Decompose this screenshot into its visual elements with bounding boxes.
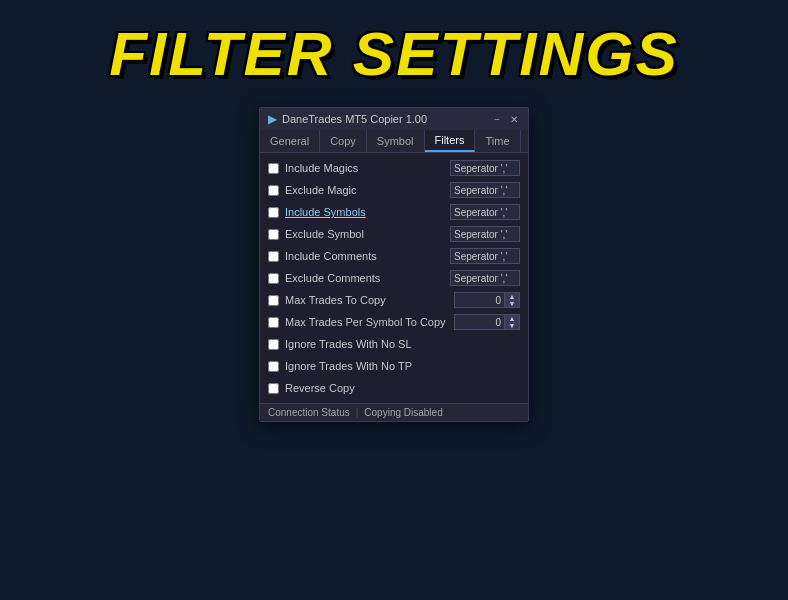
filter-row-max-trades-copy: Max Trades To Copy ▲ ▼ <box>260 289 528 311</box>
close-button[interactable]: ✕ <box>508 114 520 125</box>
filter-row-ignore-no-tp: Ignore Trades With No TP <box>260 355 528 377</box>
filter-row-exclude-comments: Exclude Comments <box>260 267 528 289</box>
label-include-magics: Include Magics <box>285 162 450 174</box>
connection-status-text: Connection Status <box>268 407 350 418</box>
separator-exclude-magic[interactable] <box>450 182 520 198</box>
label-include-symbols[interactable]: Include Symbols <box>285 206 450 218</box>
label-reverse-copy: Reverse Copy <box>285 382 520 394</box>
label-exclude-comments: Exclude Comments <box>285 272 450 284</box>
label-ignore-no-tp: Ignore Trades With No TP <box>285 360 520 372</box>
tab-filters[interactable]: Filters <box>425 130 476 152</box>
separator-include-magics[interactable] <box>450 160 520 176</box>
checkbox-exclude-comments[interactable] <box>268 273 279 284</box>
label-ignore-no-sl: Ignore Trades With No SL <box>285 338 520 350</box>
number-max-trades-symbol[interactable] <box>454 314 504 330</box>
status-divider: | <box>356 407 359 418</box>
separator-include-comments[interactable] <box>450 248 520 264</box>
copy-status-text: Copying Disabled <box>364 407 442 418</box>
checkbox-max-trades-symbol[interactable] <box>268 317 279 328</box>
status-bar: Connection Status | Copying Disabled <box>260 403 528 421</box>
title-bar-controls: − ✕ <box>492 114 520 125</box>
label-exclude-magic: Exclude Magic <box>285 184 450 196</box>
tab-symbol[interactable]: Symbol <box>367 130 425 152</box>
checkbox-ignore-no-sl[interactable] <box>268 339 279 350</box>
separator-exclude-comments[interactable] <box>450 270 520 286</box>
filter-row-exclude-magic: Exclude Magic <box>260 179 528 201</box>
spinner-max-trades-symbol: ▲ ▼ <box>504 314 520 330</box>
number-wrapper-max-trades-copy: ▲ ▼ <box>454 292 520 308</box>
tab-general[interactable]: General <box>260 130 320 152</box>
filter-row-max-trades-symbol: Max Trades Per Symbol To Copy ▲ ▼ <box>260 311 528 333</box>
checkbox-include-comments[interactable] <box>268 251 279 262</box>
title-bar: ▶ DaneTrades MT5 Copier 1.00 − ✕ <box>260 108 528 130</box>
label-include-comments: Include Comments <box>285 250 450 262</box>
checkbox-include-magics[interactable] <box>268 163 279 174</box>
checkbox-reverse-copy[interactable] <box>268 383 279 394</box>
checkbox-max-trades-copy[interactable] <box>268 295 279 306</box>
filter-row-ignore-no-sl: Ignore Trades With No SL <box>260 333 528 355</box>
label-max-trades-copy: Max Trades To Copy <box>285 294 454 306</box>
label-exclude-symbol: Exclude Symbol <box>285 228 450 240</box>
filter-row-exclude-symbol: Exclude Symbol <box>260 223 528 245</box>
checkbox-exclude-symbol[interactable] <box>268 229 279 240</box>
tab-copy[interactable]: Copy <box>320 130 367 152</box>
page-title: FILTER SETTINGS <box>109 18 679 89</box>
app-icon: ▶ <box>268 113 276 126</box>
nav-tabs: General Copy Symbol Filters Time <box>260 130 528 153</box>
checkbox-exclude-magic[interactable] <box>268 185 279 196</box>
window-title: DaneTrades MT5 Copier 1.00 <box>282 113 427 125</box>
spinner-down-max-trades-copy[interactable]: ▼ <box>505 300 519 307</box>
filter-content: Include Magics Exclude Magic Include Sym… <box>260 153 528 403</box>
checkbox-ignore-no-tp[interactable] <box>268 361 279 372</box>
label-max-trades-symbol: Max Trades Per Symbol To Copy <box>285 316 454 328</box>
title-bar-left: ▶ DaneTrades MT5 Copier 1.00 <box>268 113 427 126</box>
separator-exclude-symbol[interactable] <box>450 226 520 242</box>
filter-row-include-comments: Include Comments <box>260 245 528 267</box>
filter-row-include-symbols: Include Symbols <box>260 201 528 223</box>
filter-row-reverse-copy: Reverse Copy <box>260 377 528 399</box>
spinner-down-max-trades-symbol[interactable]: ▼ <box>505 322 519 329</box>
app-window: ▶ DaneTrades MT5 Copier 1.00 − ✕ General… <box>259 107 529 422</box>
tab-time[interactable]: Time <box>475 130 520 152</box>
minimize-button[interactable]: − <box>492 114 502 125</box>
separator-include-symbols[interactable] <box>450 204 520 220</box>
checkbox-include-symbols[interactable] <box>268 207 279 218</box>
number-wrapper-max-trades-symbol: ▲ ▼ <box>454 314 520 330</box>
filter-row-include-magics: Include Magics <box>260 157 528 179</box>
spinner-up-max-trades-symbol[interactable]: ▲ <box>505 315 519 322</box>
spinner-max-trades-copy: ▲ ▼ <box>504 292 520 308</box>
number-max-trades-copy[interactable] <box>454 292 504 308</box>
spinner-up-max-trades-copy[interactable]: ▲ <box>505 293 519 300</box>
